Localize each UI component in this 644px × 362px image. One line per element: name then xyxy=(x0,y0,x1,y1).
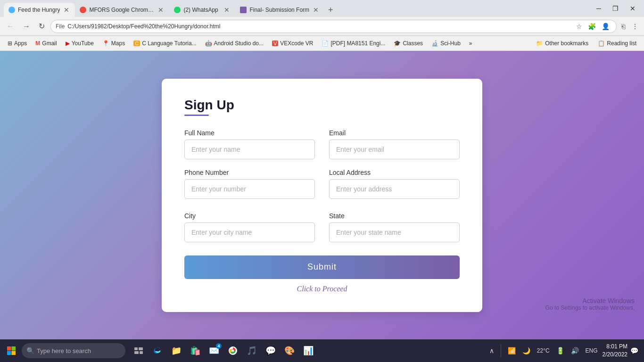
extensions-button[interactable]: 🧩 xyxy=(586,22,598,31)
taskbar-icon-7[interactable]: 🎵 xyxy=(243,342,260,359)
taskbar-icon-8[interactable]: 💬 xyxy=(262,342,279,359)
taskbar-icon-10[interactable]: 📊 xyxy=(300,342,317,359)
phone-group: Phone Number xyxy=(184,169,315,199)
bookmark-reading-list[interactable]: 📋 Reading list xyxy=(594,39,640,48)
bookmark-c-lang[interactable]: C C Language Tutoria... xyxy=(130,39,200,48)
bookmark-c-lang-label: C Language Tutoria... xyxy=(142,40,196,47)
tab-title-submit: Final- Submission Form xyxy=(249,7,309,13)
city-input[interactable] xyxy=(184,222,315,242)
state-input[interactable] xyxy=(329,222,460,242)
tray-arrow-icon[interactable]: ∧ xyxy=(487,345,496,356)
start-button[interactable] xyxy=(2,341,21,360)
settings-button[interactable]: ⋮ xyxy=(630,22,640,31)
other-bookmarks-icon: 📁 xyxy=(536,40,543,47)
city-label: City xyxy=(184,212,315,220)
bookmark-gmail-label: Gmail xyxy=(42,40,57,47)
volume-icon[interactable]: 🔊 xyxy=(569,345,581,356)
reload-button[interactable]: ↻ xyxy=(36,20,48,33)
close-button[interactable]: ✕ xyxy=(625,3,640,14)
bookmark-scihub-label: Sci-Hub xyxy=(440,40,461,47)
task-view-button[interactable] xyxy=(130,342,147,359)
maps-icon: 📍 xyxy=(102,40,109,47)
bookmark-apps[interactable]: ⊞ Apps xyxy=(4,39,31,48)
tab-favicon-submit xyxy=(240,7,247,13)
email-label: Email xyxy=(329,129,460,137)
profile-button[interactable]: 👤 xyxy=(600,22,611,31)
chrome-button[interactable] xyxy=(224,342,241,359)
taskbar-icon-9[interactable]: 🎨 xyxy=(281,342,298,359)
minimize-button[interactable]: ─ xyxy=(592,3,606,14)
bookmark-maps[interactable]: 📍 Maps xyxy=(99,39,129,48)
address-input[interactable] xyxy=(329,179,460,199)
email-input[interactable] xyxy=(329,140,460,159)
bookmark-apps-label: Apps xyxy=(14,40,27,47)
taskbar-datetime[interactable]: 8:01 PM 2/20/2022 xyxy=(603,343,627,359)
taskbar-search-input[interactable] xyxy=(22,343,125,358)
youtube-icon: ▶ xyxy=(66,40,70,47)
share-button[interactable]: ⎗ xyxy=(619,22,627,31)
new-tab-button[interactable]: + xyxy=(324,3,337,17)
tab-close-submit[interactable]: ✕ xyxy=(312,6,320,14)
bookmark-youtube[interactable]: ▶ YouTube xyxy=(62,39,98,48)
apps-grid-icon: ⊞ xyxy=(8,40,12,47)
temperature-label: 22°C xyxy=(535,346,552,356)
state-group: State xyxy=(329,212,460,242)
page-content: Sign Up Full Name Email Phone Number xyxy=(0,51,644,339)
tab-close-mfors[interactable]: ✕ xyxy=(157,6,165,14)
mail-button[interactable]: ✉️ 4 xyxy=(206,342,223,359)
notification-icon[interactable]: 💬 xyxy=(630,347,638,354)
bookmark-other[interactable]: 📁 Other bookmarks xyxy=(532,39,592,48)
form-title: Sign Up xyxy=(184,98,460,113)
address-bar-container[interactable]: File C:/Users/91982/Desktop/Feed%20the%2… xyxy=(50,20,617,33)
tab-close-feed[interactable]: ✕ xyxy=(63,6,70,14)
tab-mfors[interactable]: MFORS Google Chrome 2022 02... ✕ xyxy=(75,3,169,17)
taskbar-search-icon: 🔍 xyxy=(26,347,34,354)
tab-feed-hungry[interactable]: Feed the Hungry ✕ xyxy=(4,3,75,17)
activate-windows-subtitle: Go to Settings to activate Windows. xyxy=(545,304,635,311)
bookmark-vexcode-label: VEXcode VR xyxy=(280,40,313,47)
tab-close-whatsapp[interactable]: ✕ xyxy=(223,6,231,14)
bookmark-vexcode[interactable]: V VEXcode VR xyxy=(268,39,317,48)
taskbar-time: 8:01 PM xyxy=(603,343,627,351)
forward-button[interactable]: → xyxy=(20,20,33,33)
bookmark-more[interactable]: » xyxy=(465,39,476,48)
scihub-icon: 🔬 xyxy=(431,40,438,47)
edge-button[interactable] xyxy=(149,342,166,359)
window-controls: ─ ❐ ✕ xyxy=(592,3,640,14)
tab-title-whatsapp: (2) WhatsApp xyxy=(183,7,220,13)
restore-button[interactable]: ❐ xyxy=(608,3,623,14)
weather-icon[interactable]: 🌙 xyxy=(520,345,532,356)
bookmark-star-button[interactable]: ☆ xyxy=(574,22,584,31)
activate-windows-title: Activate Windows xyxy=(545,297,635,304)
bookmark-gmail[interactable]: M Gmail xyxy=(32,39,60,48)
svg-rect-3 xyxy=(12,351,16,355)
tab-submit-form[interactable]: Final- Submission Form ✕ xyxy=(235,3,324,17)
tab-favicon-mfors xyxy=(80,7,86,13)
proceed-link[interactable]: Click to Proceed xyxy=(184,285,460,293)
chrome-icon xyxy=(229,346,237,355)
mail-badge: 4 xyxy=(216,343,222,349)
back-button[interactable]: ← xyxy=(4,20,17,33)
svg-rect-7 xyxy=(140,351,143,354)
bookmark-classes[interactable]: 🎓 Classes xyxy=(390,39,427,48)
address-text: C:/Users/91982/Desktop/Feed%20the%20Hung… xyxy=(67,23,571,30)
svg-rect-4 xyxy=(134,347,138,350)
bookmark-android-studio[interactable]: 🤖 Android Studio do... xyxy=(201,39,267,48)
full-name-input[interactable] xyxy=(184,140,315,159)
phone-label: Phone Number xyxy=(184,169,315,176)
tab-whatsapp[interactable]: (2) WhatsApp ✕ xyxy=(169,3,235,17)
submit-button[interactable]: Submit xyxy=(184,255,460,279)
bookmark-scihub[interactable]: 🔬 Sci-Hub xyxy=(428,39,464,48)
svg-point-10 xyxy=(232,350,234,352)
phone-input[interactable] xyxy=(184,179,315,199)
taskbar-right: ∧ 📶 🌙 22°C 🔋 🔊 ENG 8:01 PM 2/20/2022 💬 xyxy=(487,343,642,359)
store-button[interactable]: 🛍️ xyxy=(187,342,204,359)
file-explorer-button[interactable]: 📁 xyxy=(168,342,185,359)
battery-icon[interactable]: 🔋 xyxy=(554,345,566,356)
edge-icon xyxy=(153,346,162,355)
network-icon[interactable]: 📶 xyxy=(506,345,518,356)
address-group: Local Address xyxy=(329,169,460,199)
task-view-icon xyxy=(134,347,143,354)
taskbar-search-container[interactable]: 🔍 xyxy=(22,343,125,358)
bookmark-pdf[interactable]: 📄 [PDF] MA8151 Engi... xyxy=(318,39,389,48)
